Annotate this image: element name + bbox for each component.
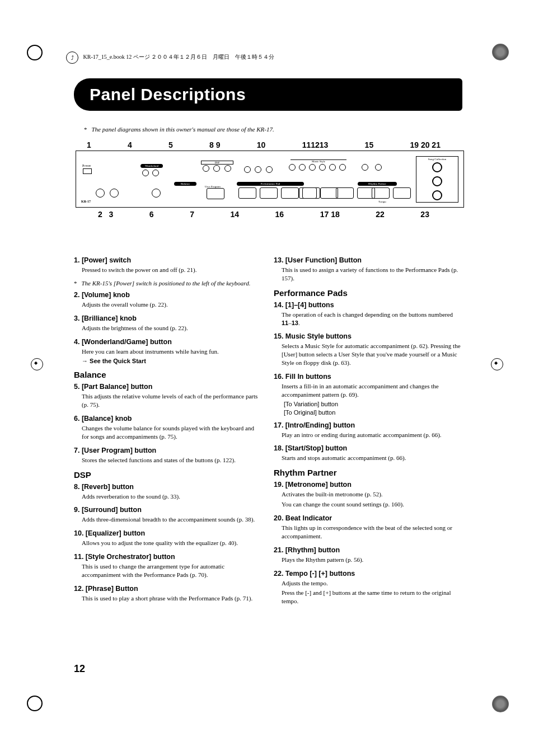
n: 8 [209, 140, 214, 149]
item-title: 4. [Wonderland/Game] button [74, 338, 263, 346]
content-columns: 1. [Power] switch Pressed to switch the … [74, 256, 462, 611]
btn-icon [244, 166, 251, 173]
crop-mark-bl [27, 696, 43, 711]
large-btn-icon [432, 176, 442, 186]
item-2: 2. [Volume] knob Adjusts the overall vol… [74, 291, 263, 309]
btn-box-icon [336, 187, 354, 199]
n: 15 [365, 140, 374, 149]
item-title: 19. [Metronome] button [274, 481, 462, 489]
big-knob-icon [152, 189, 161, 198]
lbl-dsp: DSP [201, 161, 233, 165]
crop-mid-left [31, 358, 43, 370]
n: 5 [168, 140, 173, 149]
n: 18 [331, 210, 340, 219]
page-number: 12 [74, 663, 85, 675]
n: 21 [432, 140, 441, 149]
btn-icon [329, 164, 336, 171]
n: 10 [257, 140, 266, 149]
btn-icon [339, 164, 346, 171]
item-14: 14. [1]–[4] buttons The operation of eac… [274, 301, 462, 327]
item-10: 10. [Equalizer] button Allows you to adj… [74, 529, 263, 547]
btn-box-icon [299, 187, 317, 199]
item-16: 16. Fill In buttons Inserts a fill-in in… [274, 373, 462, 416]
item-title: 7. [User Program] button [74, 447, 263, 454]
knob-icon [152, 170, 159, 176]
lbl-tempo: Tempo [378, 200, 386, 203]
n: 23 [420, 210, 429, 219]
sub-button: [To Variation] button [284, 401, 462, 407]
item-title: 8. [Reverb] button [74, 483, 263, 491]
item-desc: Changes the volume balance for sounds pl… [82, 424, 263, 441]
btn-box-icon [372, 187, 390, 199]
item-desc: Adjusts the overall volume (p. 22). [82, 300, 263, 309]
item-desc: Stores the selected functions and states… [82, 456, 263, 464]
running-head-icon: ⤴ [66, 51, 78, 64]
footnote: The KR-15's [Power] switch is positioned… [74, 280, 263, 287]
btn-icon [266, 166, 273, 173]
item-20: 20. Beat Indicator This lights up in cor… [274, 514, 462, 541]
btn-icon [224, 165, 231, 172]
btn-icon [319, 164, 326, 171]
big-knob-icon [110, 189, 119, 198]
section-dsp: DSP [74, 470, 263, 480]
item-desc: Starts and stops automatic accompaniment… [282, 454, 462, 462]
item-desc: This adjusts the relative volume levels … [82, 392, 263, 409]
btn-box-icon [207, 188, 224, 199]
btn-icon [213, 165, 220, 172]
see-ref: → See the Quick Start [82, 358, 263, 364]
pad-icon [238, 187, 256, 199]
item-desc: This is used to assign a variety of func… [282, 266, 462, 283]
item-9: 9. [Surround] button Adds three-dimensio… [74, 506, 263, 524]
item-7: 7. [User Program] button Stores the sele… [74, 447, 263, 464]
item-title: 3. [Brilliance] knob [74, 314, 263, 322]
panel-box: Power KR-17 Wonderland Balance DSP Music… [76, 151, 464, 208]
item-desc: The operation of each is changed dependi… [282, 311, 462, 327]
item-title: 6. [Balance] knob [74, 415, 263, 422]
item-desc: Allows you to adjust the tone quality wi… [82, 539, 263, 547]
corner-blob-tr [492, 44, 509, 60]
n: 16 [275, 210, 284, 219]
sub-button: [To Original] button [284, 409, 462, 416]
item-desc: This lights up in correspondence with th… [282, 524, 462, 541]
panel-diagram: 1 4 5 8 9 10 111213 15 19 20 21 Power KR… [76, 137, 463, 238]
section-balance: Balance [74, 370, 263, 379]
item-desc: Here you can learn about instruments whi… [82, 348, 263, 356]
item-title: 13. [User Function] Button [274, 256, 462, 264]
item-22: 22. Tempo [-] [+] buttons Adjusts the te… [274, 570, 462, 606]
lbl-kr17: KR-17 [81, 200, 91, 203]
btn-icon [309, 164, 316, 171]
left-column: 1. [Power] switch Pressed to switch the … [74, 256, 263, 611]
item-title: 14. [1]–[4] buttons [274, 301, 462, 309]
btn-box-icon [393, 187, 411, 199]
item-desc: This is used to change the arrangement t… [82, 562, 263, 579]
lbl-perfpad: Performance Pad [237, 182, 304, 186]
n: 19 [410, 140, 419, 149]
n: 14 [230, 210, 239, 219]
item-desc: Adjusts the brightness of the sound (p. … [82, 324, 263, 332]
n: 4 [128, 140, 132, 149]
item-title: 16. Fill In buttons [274, 373, 462, 381]
n: 7 [190, 210, 194, 219]
item-title: 12. [Phrase] Button [74, 585, 263, 593]
item-title: 15. Music Style buttons [274, 332, 462, 340]
lbl-rp: Rhythm Partner [358, 182, 397, 186]
item-13: 13. [User Function] Button This is used … [274, 256, 462, 283]
btn-icon [255, 166, 261, 173]
item-4: 4. [Wonderland/Game] button Here you can… [74, 338, 263, 365]
large-btn-icon [432, 190, 442, 200]
intro-note: The panel diagrams shown in this owner's… [84, 126, 274, 133]
item-desc: You can change the count sound settings … [282, 500, 462, 509]
item-desc: Play an intro or ending during automatic… [282, 431, 462, 439]
item-17: 17. [Intro/Ending] button Play an intro … [274, 421, 462, 439]
btn-icon [299, 164, 306, 171]
item-title: 18. [Start/Stop] button [274, 444, 462, 452]
pad-icon [281, 187, 299, 199]
item-8: 8. [Reverb] button Adds reverberation to… [74, 483, 263, 501]
item-11: 11. [Style Orchestrator] button This is … [74, 553, 263, 579]
item-18: 18. [Start/Stop] button Starts and stops… [274, 444, 462, 462]
item-title: 17. [Intro/Ending] button [274, 421, 462, 429]
crop-mid-right [491, 358, 503, 370]
n: 13 [320, 140, 329, 149]
lbl-musicstyle: Music Style [291, 159, 346, 163]
panel-bottom-numbers: 2 3 6 7 14 16 17 18 22 23 [76, 208, 463, 219]
